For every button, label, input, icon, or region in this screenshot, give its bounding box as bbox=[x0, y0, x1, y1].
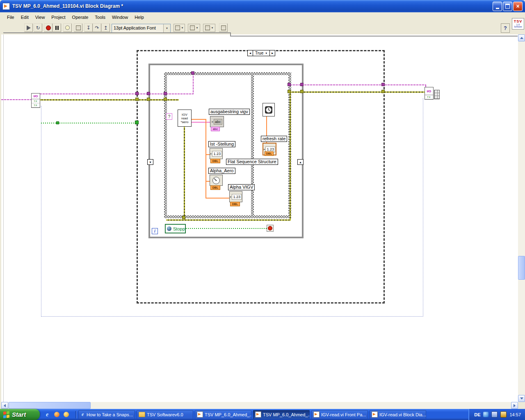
terminal-type-text: 1.23 bbox=[232, 194, 242, 200]
case-selector[interactable]: ◄ True ▼ ► bbox=[247, 50, 275, 56]
menu-item-help[interactable]: Help bbox=[131, 14, 147, 21]
dotted-frame-right bbox=[423, 98, 423, 317]
thunderbird-quicklaunch-icon[interactable] bbox=[63, 411, 69, 418]
resize-objects-dropdown[interactable]: ▼ bbox=[203, 24, 215, 32]
numeric-indicator-label[interactable]: Alpha VIGV bbox=[228, 184, 255, 190]
tunnel bbox=[288, 90, 291, 93]
numeric-indicator-label[interactable]: Ist -Stellung bbox=[208, 141, 235, 147]
increment-box[interactable]: ▲ bbox=[297, 159, 304, 165]
chevron-down-icon[interactable]: ▼ bbox=[163, 24, 170, 32]
stop-button-terminal[interactable]: Stopp bbox=[165, 224, 186, 233]
visa-terminal-left[interactable]: I/O TF TF bbox=[31, 93, 40, 108]
pause-button[interactable] bbox=[52, 23, 61, 32]
gauge-indicator-label[interactable]: Alpha_Aero bbox=[208, 168, 235, 174]
structure-edge-line bbox=[230, 36, 518, 37]
wire-dbl bbox=[205, 119, 206, 199]
task-button-browser[interactable]: e How to Take a Snaps... bbox=[78, 410, 135, 419]
run-continuous-button[interactable]: ↻ bbox=[34, 23, 42, 32]
screen: TSV MP_6.0_Ahmed_110104.vi Block Diagram… bbox=[0, 0, 525, 420]
flat-sequence-label[interactable]: Flat Sequence Structure bbox=[226, 159, 278, 165]
font-selector[interactable]: 13pt Application Font ▼ bbox=[112, 24, 171, 33]
wire-error bbox=[166, 219, 291, 221]
horizontal-scrollbar[interactable] bbox=[1, 402, 518, 409]
menu-item-file[interactable]: File bbox=[4, 14, 18, 21]
ie-quicklaunch-icon[interactable]: e bbox=[44, 411, 50, 418]
firefox-quicklaunch-icon[interactable] bbox=[53, 411, 60, 418]
question-terminal[interactable]: ? bbox=[166, 113, 172, 120]
array-terminal-right[interactable] bbox=[434, 90, 440, 99]
horizontal-scroll-thumb[interactable] bbox=[9, 402, 91, 409]
close-button[interactable]: × bbox=[513, 2, 523, 11]
task-button-label: How to Take a Snaps... bbox=[87, 412, 133, 417]
numeric-indicator-ist-stellung[interactable]: ▸ 1.23 bbox=[210, 148, 223, 159]
task-button-igv-front-panel[interactable]: IGV-read.vi Front Pa... bbox=[311, 410, 368, 419]
retain-wire-values-button[interactable] bbox=[74, 23, 82, 32]
maximize-button[interactable] bbox=[503, 2, 512, 11]
scroll-down-button[interactable] bbox=[518, 395, 525, 402]
vertical-scroll-thumb[interactable] bbox=[518, 256, 525, 280]
highlight-execution-button[interactable] bbox=[63, 23, 72, 32]
step-out-button[interactable]: ↥ bbox=[101, 23, 110, 32]
run-continuous-icon: ↻ bbox=[36, 25, 40, 30]
distribute-objects-dropdown[interactable]: ▼ bbox=[188, 24, 200, 32]
terminal-type-text: abc bbox=[214, 119, 222, 125]
scroll-up-button[interactable] bbox=[518, 34, 525, 41]
step-over-button[interactable]: ↷ bbox=[93, 23, 101, 32]
scroll-right-button[interactable] bbox=[511, 402, 518, 409]
visa-terminal-right[interactable]: I/O TF bbox=[425, 87, 434, 100]
tunnel bbox=[147, 92, 150, 95]
menu-item-project[interactable]: Project bbox=[48, 14, 68, 21]
menu-item-tools[interactable]: Tools bbox=[91, 14, 109, 21]
loop-condition-terminal[interactable] bbox=[267, 225, 274, 232]
distribute-objects-icon bbox=[190, 25, 195, 30]
case-next-icon[interactable]: ► bbox=[270, 50, 275, 56]
task-button-label: TSV MP_6.0_Ahmed_... bbox=[205, 412, 251, 417]
step-into-icon: ↧ bbox=[86, 25, 90, 30]
clean-up-diagram-button[interactable] bbox=[219, 23, 228, 32]
wire-visa bbox=[1, 99, 33, 100]
case-selector-dropdown-icon[interactable]: ▼ bbox=[265, 52, 267, 55]
context-help-button[interactable]: ? bbox=[501, 23, 510, 33]
scroll-left-button[interactable] bbox=[1, 402, 8, 409]
case-prev-icon[interactable]: ◄ bbox=[248, 50, 253, 56]
tray-icon-display[interactable] bbox=[491, 411, 498, 418]
tray-icon-network[interactable] bbox=[483, 412, 488, 417]
step-into-button[interactable]: ↧ bbox=[84, 23, 93, 32]
numeric-indicator-alpha-vigv[interactable]: ▸ 1.23 bbox=[229, 191, 242, 202]
menu-item-view[interactable]: View bbox=[32, 14, 48, 21]
align-objects-dropdown[interactable]: ▼ bbox=[173, 24, 185, 32]
string-indicator-ausgabestring[interactable]: ▸ abc bbox=[210, 116, 224, 127]
chevron-down-icon: ▼ bbox=[196, 27, 199, 29]
menu-item-window[interactable]: Window bbox=[109, 14, 131, 21]
minimize-button[interactable] bbox=[493, 2, 502, 11]
tray-icon-updates[interactable] bbox=[500, 411, 507, 418]
task-button-tsv-vi[interactable]: TSV MP_6.0_Ahmed_... bbox=[195, 410, 251, 419]
taskbar-divider bbox=[75, 411, 77, 418]
task-button-folder[interactable]: TSV Softwarev6.0 bbox=[137, 410, 193, 419]
chevron-down-icon: ▼ bbox=[211, 27, 214, 29]
string-indicator-label[interactable]: ausgabestring vigv bbox=[209, 109, 250, 115]
task-button-igv-block-diagram[interactable]: IGV-read.vi Block Dia... bbox=[370, 410, 426, 419]
wire-visa bbox=[37, 94, 194, 94]
tunnel bbox=[300, 90, 304, 93]
language-indicator[interactable]: DE bbox=[474, 412, 480, 417]
numeric-control-label[interactable]: refresh rate bbox=[261, 136, 287, 142]
vertical-scrollbar[interactable] bbox=[518, 34, 525, 402]
labview-icon bbox=[255, 411, 261, 418]
iteration-terminal[interactable]: i bbox=[152, 228, 158, 234]
abort-button[interactable] bbox=[44, 23, 52, 32]
gauge-indicator-alpha-aero[interactable] bbox=[210, 175, 223, 186]
io-label: I/O bbox=[32, 94, 40, 99]
window-title: TSV MP_6.0_Ahmed_110104.vi Block Diagram… bbox=[12, 3, 492, 9]
string-type-tag: abc bbox=[211, 127, 220, 131]
decrement-box[interactable]: ▼ bbox=[147, 159, 153, 165]
subvi-igv-read[interactable]: IGV read *aero bbox=[178, 110, 192, 127]
menu-item-operate[interactable]: Operate bbox=[69, 14, 92, 21]
vi-window-icon bbox=[2, 3, 10, 10]
wire-visa bbox=[193, 73, 194, 94]
menu-item-edit[interactable]: Edit bbox=[18, 14, 32, 21]
run-button[interactable] bbox=[24, 23, 33, 32]
task-button-tsv-vi-active[interactable]: TSV MP_6.0_Ahmed_... bbox=[253, 410, 310, 419]
wait-timer-node[interactable] bbox=[262, 103, 275, 116]
start-button[interactable]: Start bbox=[0, 409, 40, 420]
